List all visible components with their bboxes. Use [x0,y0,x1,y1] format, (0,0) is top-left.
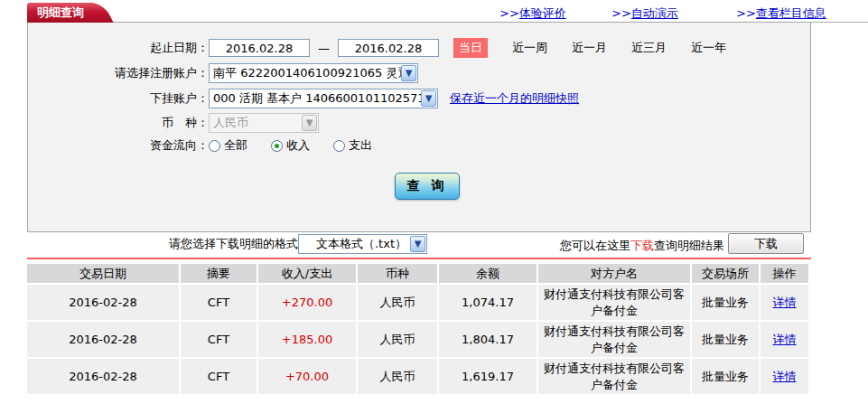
download-format-row: 请您选择下载明细的格式 文本格式（.txt） ▼ [0,234,427,254]
cell-venue: 批量业务 [692,322,759,357]
link-prefix: >> [499,6,519,20]
sub-account-value: 000 活期 基本户 1406600101102571848 [210,90,421,107]
radio-expense-label: 支出 [349,137,372,154]
date-range-row: 起止日期： — 当日 近一周 近一月 近三月 近一年 [37,38,726,58]
cell-date: 2016-02-28 [27,285,179,320]
cell-amount: +70.00 [258,359,356,394]
link-prefix: >> [611,6,631,20]
cell-currency: 人民币 [358,285,437,320]
cell-date: 2016-02-28 [27,359,179,394]
header-balance: 余额 [439,264,537,283]
cell-venue: 批量业务 [692,285,759,320]
fund-flow-label: 资金流向： [37,137,209,154]
cell-balance: 1,619.17 [439,359,537,394]
header-date: 交易日期 [27,264,179,283]
query-button[interactable]: 查 询 [395,173,460,200]
cell-summary: CFT [181,285,257,320]
header-currency: 币种 [358,264,437,283]
top-links: >>体验评价 >>自动演示 >>查看栏目信息 [0,5,868,22]
quick-range-week[interactable]: 近一周 [512,40,547,56]
chevron-down-icon: ▼ [302,115,317,131]
radio-selected-icon [271,140,283,152]
chevron-down-icon: ▼ [401,65,416,81]
chevron-down-icon: ▼ [421,90,436,107]
link-label: 自动演示 [631,6,678,20]
cell-summary: CFT [181,322,257,357]
currency-select: 人民币 ▼ [209,113,319,133]
radio-circle-icon [209,140,220,152]
register-account-value: 南平 6222001406100921065 灵通卡 [210,65,401,81]
cell-amount: +185.00 [258,322,356,357]
currency-row: 币 种： 人民币 ▼ [37,113,319,133]
quick-range-month[interactable]: 近一月 [572,40,607,56]
sub-account-row: 下挂账户： 000 活期 基本户 1406600101102571848 ▼ 保… [37,89,579,108]
register-account-label: 请选择注册账户： [37,65,209,81]
radio-all[interactable]: 全部 [209,137,247,154]
header-venue: 交易场所 [692,264,759,283]
end-date-input[interactable] [338,39,439,57]
link-label: 查看栏目信息 [756,6,826,20]
link-experience-review[interactable]: >>体验评价 [499,5,566,22]
download-hint-suffix: 查询明细结果 [654,239,724,252]
cell-currency: 人民币 [358,359,437,394]
date-range-separator: — [318,42,330,55]
start-date-input[interactable] [209,39,310,57]
download-format-select[interactable]: 文本格式（.txt） ▼ [298,234,427,254]
download-hint: 您可以在这里下载查询明细结果 [560,238,724,254]
header-summary: 摘要 [181,264,257,283]
download-hint-keyword: 下载 [630,239,654,252]
date-range-label: 起止日期： [37,40,209,56]
currency-value: 人民币 [210,115,302,131]
results-table: 交易日期 摘要 收入/支出 币种 余额 对方户名 交易场所 操作 2016-02… [27,264,808,394]
radio-income[interactable]: 收入 [271,137,310,154]
download-format-value: 文本格式（.txt） [299,236,410,252]
cell-balance: 1,804.17 [439,322,537,357]
cell-date: 2016-02-28 [27,322,179,357]
radio-all-label: 全部 [224,137,247,154]
query-panel: 起止日期： — 当日 近一周 近一月 近三月 近一年 请选择注册账户： 南平 6… [27,22,811,232]
currency-label: 币 种： [37,115,209,131]
header-action: 操作 [761,264,808,283]
cell-summary: CFT [181,359,257,394]
link-view-column-info[interactable]: >>查看栏目信息 [736,5,826,22]
radio-expense[interactable]: 支出 [333,137,372,154]
cell-counterparty: 财付通支付科技有限公司客户备付金 [538,322,690,357]
quick-range-year[interactable]: 近一年 [691,40,726,56]
chevron-down-icon: ▼ [410,236,425,252]
detail-link[interactable]: 详情 [773,369,797,385]
download-hint-prefix: 您可以在这里 [560,239,630,252]
register-account-select[interactable]: 南平 6222001406100921065 灵通卡 ▼ [209,63,418,83]
sub-account-select[interactable]: 000 活期 基本户 1406600101102571848 ▼ [209,89,438,108]
detail-link[interactable]: 详情 [773,332,797,348]
quick-range-3months[interactable]: 近三月 [631,40,667,56]
link-auto-demo[interactable]: >>自动演示 [611,5,678,22]
cell-currency: 人民币 [358,322,437,357]
cell-counterparty: 财付通支付科技有限公司客户备付金 [538,359,690,394]
link-label: 体验评价 [519,6,566,20]
detail-link[interactable]: 详情 [773,295,797,311]
tab-label: 明细查询 [37,5,84,19]
sub-account-label: 下挂账户： [37,90,209,107]
fund-flow-row: 资金流向： 全部 收入 支出 [37,137,396,154]
cell-amount: +270.00 [258,285,356,320]
tab-detail-query[interactable]: 明细查询 [27,3,97,23]
radio-circle-icon [333,140,345,152]
cell-counterparty: 财付通支付科技有限公司客户备付金 [538,285,690,320]
detail-query-page: 明细查询 >>体验评价 >>自动演示 >>查看栏目信息 起止日期： — 当日 近… [0,0,868,404]
register-account-row: 请选择注册账户： 南平 6222001406100921065 灵通卡 ▼ [37,63,418,83]
header-counterparty: 对方户名 [538,264,690,283]
table-top-divider [27,258,811,259]
radio-income-label: 收入 [286,137,310,154]
cell-venue: 批量业务 [692,359,759,394]
download-button[interactable]: 下载 [728,233,804,254]
download-format-label: 请您选择下载明细的格式 [169,236,298,252]
quick-range-today[interactable]: 当日 [453,38,488,58]
link-prefix: >> [736,6,756,20]
header-amount: 收入/支出 [258,264,356,283]
cell-balance: 1,074.17 [439,285,537,320]
save-snapshot-link[interactable]: 保存近一个月的明细快照 [450,90,579,107]
